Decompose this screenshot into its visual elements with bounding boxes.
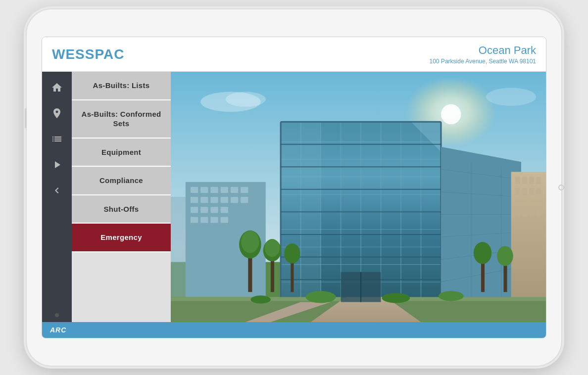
app-footer: ARC	[42, 322, 546, 338]
svg-rect-75	[536, 199, 541, 206]
app-header: WESSPAC Ocean Park 100 Parkside Avenue, …	[42, 37, 546, 72]
svg-rect-14	[200, 197, 208, 203]
menu-item-as-builts-conformed[interactable]: As-Builts: Conformed Sets	[72, 100, 171, 139]
menu-panel: As-Builts: Lists As-Builts: Conformed Se…	[72, 72, 171, 322]
svg-point-93	[474, 242, 491, 264]
svg-point-98	[439, 291, 464, 301]
svg-rect-68	[515, 188, 520, 195]
content-area: As-Builts: Lists As-Builts: Conformed Se…	[72, 72, 546, 322]
svg-point-104	[486, 88, 536, 105]
svg-rect-15	[210, 197, 218, 203]
svg-rect-92	[481, 260, 485, 292]
property-name: Ocean Park	[430, 44, 536, 57]
svg-rect-26	[221, 217, 228, 223]
svg-rect-24	[200, 217, 208, 223]
building-image-area	[171, 72, 546, 322]
svg-rect-23	[191, 217, 198, 223]
svg-rect-19	[191, 207, 198, 213]
svg-rect-70	[529, 188, 534, 195]
svg-rect-78	[529, 210, 534, 217]
svg-rect-18	[241, 197, 248, 203]
arc-logo: ARC	[50, 326, 66, 334]
svg-rect-64	[515, 177, 520, 184]
svg-rect-90	[291, 260, 294, 292]
menu-item-equipment[interactable]: Equipment	[72, 139, 171, 167]
svg-rect-20	[200, 207, 208, 213]
svg-point-91	[284, 243, 300, 263]
home-icon[interactable]	[46, 77, 68, 98]
svg-rect-12	[241, 187, 248, 193]
svg-point-86	[241, 231, 259, 253]
tablet-home-button[interactable]	[558, 185, 564, 190]
app-screen: WESSPAC Ocean Park 100 Parkside Avenue, …	[42, 37, 546, 338]
svg-rect-25	[210, 217, 218, 223]
svg-rect-66	[529, 177, 534, 184]
app-body: As-Builts: Lists As-Builts: Conformed Se…	[42, 72, 546, 322]
svg-rect-94	[503, 262, 507, 292]
svg-point-2	[441, 104, 461, 124]
svg-rect-65	[522, 177, 527, 184]
location-icon[interactable]	[46, 102, 68, 124]
sidebar-dot	[55, 313, 59, 317]
list-icon[interactable]	[46, 128, 68, 150]
svg-rect-22	[221, 207, 228, 213]
svg-rect-71	[536, 188, 541, 195]
svg-point-89	[265, 239, 280, 257]
menu-item-compliance[interactable]: Compliance	[72, 167, 171, 195]
svg-rect-67	[536, 177, 541, 184]
svg-rect-73	[522, 199, 527, 206]
tablet-volume-button	[25, 108, 27, 128]
svg-rect-10	[221, 187, 228, 193]
play-icon[interactable]	[46, 154, 68, 176]
svg-rect-7	[191, 187, 198, 193]
menu-item-as-builts-lists[interactable]: As-Builts: Lists	[72, 72, 171, 100]
svg-rect-16	[221, 197, 228, 203]
svg-rect-17	[231, 197, 238, 203]
back-icon[interactable]	[46, 180, 68, 201]
svg-rect-21	[210, 207, 218, 213]
svg-point-95	[497, 246, 513, 266]
svg-rect-9	[210, 187, 218, 193]
svg-rect-11	[231, 187, 238, 193]
svg-rect-77	[522, 210, 527, 217]
menu-item-shut-offs[interactable]: Shut-Offs	[72, 195, 171, 224]
svg-rect-69	[522, 188, 527, 195]
sidebar	[42, 72, 72, 322]
tablet-frame: WESSPAC Ocean Park 100 Parkside Avenue, …	[27, 9, 561, 366]
svg-point-97	[382, 293, 410, 303]
app-logo: WESSPAC	[52, 47, 125, 62]
svg-point-96	[306, 291, 336, 303]
property-info: Ocean Park 100 Parkside Avenue, Seattle …	[430, 44, 536, 65]
svg-rect-79	[536, 210, 541, 217]
svg-rect-72	[515, 199, 520, 206]
svg-rect-76	[515, 210, 520, 217]
property-address: 100 Parkside Avenue, Seattle WA 98101	[430, 58, 536, 65]
svg-rect-74	[529, 199, 534, 206]
svg-rect-8	[200, 187, 208, 193]
building-illustration	[171, 72, 546, 322]
svg-rect-13	[191, 197, 198, 203]
svg-point-99	[250, 295, 270, 303]
svg-rect-87	[271, 257, 274, 292]
svg-point-103	[226, 92, 266, 106]
menu-item-emergency[interactable]: Emergency	[72, 224, 171, 252]
